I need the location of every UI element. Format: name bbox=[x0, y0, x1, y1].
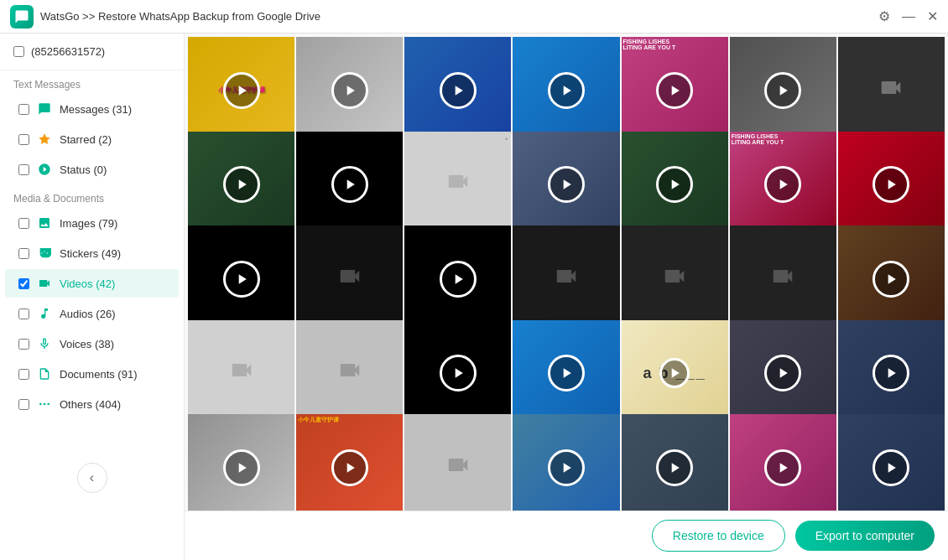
video-thumb-14[interactable] bbox=[838, 132, 945, 238]
sidebar-item-others[interactable]: Others (404) bbox=[5, 390, 179, 418]
settings-icon[interactable]: ⚙ bbox=[878, 10, 890, 23]
video-thumb-11[interactable] bbox=[513, 132, 619, 238]
video-thumb-18[interactable] bbox=[513, 226, 619, 332]
sidebar-item-audios[interactable]: Audios (26) bbox=[5, 299, 179, 328]
sidebar-item-voices[interactable]: Voices (38) bbox=[5, 329, 179, 358]
images-label: Images (79) bbox=[60, 217, 117, 230]
sidebar-item-stickers[interactable]: Stickers (49) bbox=[5, 239, 179, 267]
section-media-documents: Media & Documents bbox=[0, 184, 184, 208]
messages-label: Messages (31) bbox=[60, 103, 132, 116]
documents-checkbox[interactable] bbox=[18, 369, 29, 380]
sidebar-item-videos[interactable]: Videos (42) bbox=[5, 269, 179, 298]
video-thumb-3[interactable]: 0:12 bbox=[404, 37, 511, 143]
camera-placeholder-icon bbox=[878, 75, 904, 106]
status-icon bbox=[36, 161, 53, 178]
video-thumb-32[interactable] bbox=[513, 414, 619, 511]
title-bar: WatsGo >> Restore WhatsApp Backup from G… bbox=[0, 0, 948, 34]
message-icon bbox=[36, 101, 53, 117]
starred-label: Starred (2) bbox=[60, 133, 112, 146]
video-thumb-31[interactable] bbox=[404, 414, 511, 511]
video-thumb-27[interactable] bbox=[730, 320, 836, 427]
sidebar: (85256631572) Text Messages Messages (31… bbox=[0, 34, 185, 560]
video-thumb-26[interactable]: a b ___ bbox=[622, 320, 728, 427]
camera-placeholder-5-icon bbox=[662, 263, 687, 294]
status-checkbox[interactable] bbox=[18, 164, 29, 175]
video-thumb-5[interactable]: FISHING LISHESLITING ARE YOU T bbox=[622, 37, 728, 143]
video-thumb-28[interactable] bbox=[838, 320, 945, 427]
video-thumb-13[interactable]: FISHING LISHESLITING ARE YOU T bbox=[730, 132, 836, 238]
messages-checkbox[interactable] bbox=[18, 104, 29, 115]
audios-checkbox[interactable] bbox=[18, 309, 29, 319]
video-thumb-8[interactable] bbox=[188, 132, 294, 238]
voices-checkbox[interactable] bbox=[18, 339, 29, 350]
images-checkbox[interactable] bbox=[18, 218, 29, 229]
mic-icon bbox=[36, 335, 53, 352]
video-icon bbox=[36, 275, 53, 292]
camera-placeholder-7-icon bbox=[229, 358, 254, 389]
section-text-messages: Text Messages bbox=[0, 70, 184, 94]
audio-icon bbox=[36, 305, 53, 322]
others-checkbox[interactable] bbox=[18, 399, 29, 410]
app-logo bbox=[10, 5, 34, 29]
others-label: Others (404) bbox=[60, 398, 121, 411]
video-thumb-33[interactable] bbox=[622, 414, 728, 511]
video-thumb-21[interactable] bbox=[838, 226, 945, 332]
back-button[interactable]: ‹ bbox=[77, 463, 107, 493]
video-thumb-6[interactable] bbox=[730, 37, 836, 143]
video-thumb-25[interactable] bbox=[513, 320, 619, 427]
account-row: (85256631572) bbox=[0, 34, 184, 70]
image-icon bbox=[36, 215, 53, 231]
camera-placeholder-6-icon bbox=[770, 263, 795, 294]
sidebar-item-messages[interactable]: Messages (31) bbox=[5, 95, 179, 123]
starred-checkbox[interactable] bbox=[18, 134, 29, 145]
video-thumb-4[interactable] bbox=[513, 37, 619, 143]
stickers-label: Stickers (49) bbox=[60, 247, 121, 260]
svg-point-2 bbox=[47, 403, 49, 406]
video-thumb-20[interactable] bbox=[730, 226, 836, 332]
content-area: 小牛儿童守护课 0:12 bbox=[185, 34, 948, 560]
camera-placeholder-2-icon bbox=[445, 169, 471, 200]
video-thumb-24[interactable] bbox=[404, 320, 511, 427]
close-icon[interactable]: ✕ bbox=[927, 10, 938, 23]
videos-checkbox[interactable] bbox=[18, 278, 29, 289]
video-thumb-34[interactable] bbox=[730, 414, 836, 511]
sidebar-item-status[interactable]: Status (0) bbox=[5, 155, 179, 184]
videos-label: Videos (42) bbox=[60, 277, 115, 290]
video-thumb-29[interactable] bbox=[188, 414, 294, 511]
video-thumb-35[interactable] bbox=[838, 414, 945, 511]
svg-point-0 bbox=[39, 403, 42, 406]
stickers-checkbox[interactable] bbox=[18, 248, 29, 259]
video-thumb-19[interactable] bbox=[622, 226, 728, 332]
video-thumb-17[interactable] bbox=[404, 226, 511, 332]
doc-icon bbox=[36, 366, 53, 382]
account-checkbox[interactable] bbox=[13, 46, 24, 57]
sidebar-item-starred[interactable]: Starred (2) bbox=[5, 125, 179, 153]
account-name: (85256631572) bbox=[31, 45, 105, 58]
video-thumb-22[interactable] bbox=[188, 320, 294, 427]
video-thumb-30[interactable]: 小牛儿童守护课 bbox=[296, 414, 403, 511]
video-thumb-10[interactable]: ▪ bbox=[404, 132, 511, 238]
star-icon bbox=[36, 131, 53, 148]
camera-placeholder-3-icon bbox=[337, 263, 362, 294]
video-thumb-15[interactable] bbox=[188, 226, 294, 332]
camera-placeholder-4-icon bbox=[554, 263, 579, 294]
sidebar-item-images[interactable]: Images (79) bbox=[5, 209, 179, 237]
export-computer-button[interactable]: Export to computer bbox=[795, 521, 935, 551]
video-thumb-9[interactable] bbox=[296, 132, 403, 238]
voices-label: Voices (38) bbox=[60, 338, 114, 350]
video-thumb-12[interactable] bbox=[622, 132, 728, 238]
app-title: WatsGo >> Restore WhatsApp Backup from G… bbox=[40, 10, 878, 23]
video-thumb-1[interactable]: 小牛儿童守护课 bbox=[188, 37, 294, 143]
video-thumb-2[interactable] bbox=[296, 37, 403, 143]
video-thumb-23[interactable] bbox=[296, 320, 403, 427]
status-label: Status (0) bbox=[60, 163, 107, 176]
restore-device-button[interactable]: Restore to device bbox=[652, 520, 785, 552]
minimize-icon[interactable]: — bbox=[902, 10, 915, 23]
video-thumb-7[interactable] bbox=[838, 37, 945, 143]
footer-bar: Restore to device Export to computer bbox=[185, 511, 948, 560]
video-thumb-16[interactable] bbox=[296, 226, 403, 332]
sidebar-item-documents[interactable]: Documents (91) bbox=[5, 360, 179, 388]
window-controls: ⚙ — ✕ bbox=[878, 10, 938, 23]
main-layout: (85256631572) Text Messages Messages (31… bbox=[0, 34, 948, 560]
camera-placeholder-9-icon bbox=[445, 452, 471, 483]
